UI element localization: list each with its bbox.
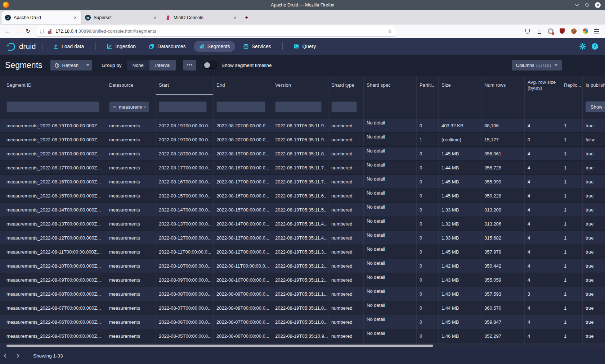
tab-superset[interactable]: ∞ Superset × (81, 11, 161, 24)
druid-navbar: druid Load data Ingestion Datasources (0, 38, 605, 55)
tab-apache-druid[interactable]: Ɔ Apache Druid × (1, 11, 81, 24)
filter-input[interactable] (159, 101, 207, 112)
druid-logo[interactable]: druid (0, 41, 42, 51)
table-row[interactable]: measurements_2022-08-13T00:00:00.000Z...… (0, 217, 605, 231)
group-by-none-button[interactable]: None (127, 60, 149, 70)
next-page-button[interactable] (12, 350, 23, 361)
column-header[interactable]: Shard type (328, 76, 364, 95)
nav-item-services[interactable]: Services (238, 41, 276, 52)
table-row[interactable]: measurements_2022-08-18T00:00:00.000Z...… (0, 147, 605, 161)
close-tab-icon[interactable]: × (233, 15, 238, 21)
chevron-down-icon (555, 64, 557, 66)
column-header[interactable]: Version (272, 76, 328, 95)
table-cell: 2022-08-19T05:35:11.2... (272, 259, 328, 273)
table-row[interactable]: measurements_2022-08-17T00:00:00.000Z...… (0, 161, 605, 175)
nav-item-segments[interactable]: Segments (194, 41, 235, 52)
ublock-extension-icon[interactable] (559, 28, 565, 35)
table-row[interactable]: measurements_2022-08-11T00:00:00.000Z...… (0, 245, 605, 259)
table-row[interactable]: measurements_2022-08-19T00:00:00.000Z...… (0, 133, 605, 147)
column-header[interactable]: Num rows (481, 76, 525, 95)
table-row[interactable]: measurements_2022-08-15T00:00:00.000Z...… (0, 189, 605, 203)
table-row[interactable]: measurements_2022-08-14T00:00:00.000Z...… (0, 203, 605, 217)
reload-button[interactable]: ↻ (23, 26, 33, 36)
column-header[interactable]: Partiti... (417, 76, 439, 95)
table-row[interactable]: measurements_2022-08-12T00:00:00.000Z...… (0, 231, 605, 245)
table-cell: 2022-08-06T00:00:00.0... (214, 329, 272, 343)
nav-item-load-data[interactable]: Load data (48, 41, 89, 52)
previous-page-button[interactable] (0, 350, 12, 361)
table-cell: measurements_2022-08-11T00:00:00.000Z... (4, 245, 106, 259)
table-row[interactable]: measurements_2022-08-16T00:00:00.000Z...… (0, 175, 605, 189)
table-cell: 359,847 (481, 315, 525, 329)
filter-input[interactable] (331, 101, 357, 112)
table-row[interactable]: measurements_2022-08-07T00:00:00.000Z...… (0, 301, 605, 315)
tab-minio-console[interactable]: MinIO Console × (161, 11, 241, 24)
columns-dropdown-button[interactable]: Columns(17/18) (512, 60, 562, 70)
table-cell: measurements (106, 301, 156, 315)
account-mask-extension-icon[interactable] (547, 28, 554, 35)
close-tab-icon[interactable]: × (73, 15, 78, 21)
refresh-button[interactable]: Refresh (50, 60, 83, 70)
nav-item-datasources[interactable]: Datasources (144, 41, 191, 52)
extension-pinwheel-icon[interactable] (582, 28, 588, 35)
column-header[interactable]: Start (156, 76, 214, 95)
is-published-filter-button[interactable]: Show (586, 101, 605, 112)
new-tab-button[interactable]: + (241, 11, 252, 24)
column-header[interactable]: Replic... (561, 76, 583, 95)
horizontal-scrollbar-thumb[interactable] (6, 345, 433, 347)
column-header[interactable]: Datasource (106, 76, 156, 95)
filter-input[interactable] (216, 101, 265, 112)
refresh-split-button: Refresh (50, 60, 93, 70)
column-header[interactable]: Is published (583, 76, 605, 95)
firefox-window: Apache Druid — Mozilla Firefox × Ɔ Apach… (0, 0, 605, 364)
column-header[interactable]: Avg. row size (bytes) (525, 76, 561, 95)
table-cell: 2022-08-19T05:35:11.5... (272, 203, 328, 217)
table-row[interactable]: measurements_2022-08-10T00:00:00.000Z...… (0, 259, 605, 273)
tracking-shield-icon[interactable] (40, 29, 44, 33)
table-row[interactable]: measurements_2022-08-05T00:00:00.000Z...… (0, 329, 605, 343)
datasource-filter[interactable]: measureme× (109, 101, 149, 112)
menu-icon[interactable] (593, 28, 600, 35)
cookie-extension-icon[interactable] (570, 28, 577, 35)
table-cell: 2022-08-07T00:00:00.0... (214, 315, 272, 329)
table-cell: true (583, 329, 605, 343)
downloads-icon[interactable]: ↓ (536, 28, 542, 35)
nav-item-query[interactable]: Query (288, 41, 321, 52)
bookmark-star-icon[interactable]: ☆ (387, 28, 392, 35)
column-header[interactable]: Shard spec (364, 76, 417, 95)
table-row[interactable]: measurements_2022-08-08T00:00:00.000Z...… (0, 287, 605, 301)
insecure-lock-icon[interactable] (48, 29, 52, 34)
table-cell: 4 (525, 217, 561, 231)
table-cell: 1 (561, 315, 583, 329)
table-row[interactable]: measurements_2022-08-19T00:00:00.000Z...… (0, 119, 605, 133)
group-by-interval-button[interactable]: Interval (149, 60, 176, 70)
permissions-shield-icon[interactable] (524, 28, 531, 35)
filter-input[interactable] (275, 101, 322, 112)
column-header[interactable]: End (214, 76, 272, 95)
table-cell: 1 (561, 175, 583, 188)
horizontal-scrollbar[interactable] (0, 344, 605, 347)
refresh-dropdown-button[interactable] (83, 60, 92, 70)
tab-strip: Ɔ Apache Druid × ∞ Superset × MinIO Cons… (0, 10, 605, 24)
table-row[interactable]: measurements_2022-08-06T00:00:00.000Z...… (0, 315, 605, 329)
table-cell: 355,999 (481, 175, 525, 188)
table-cell: 2022-08-06T00:00:00.0... (156, 315, 214, 329)
column-header[interactable]: Size (439, 76, 481, 95)
table-cell: 350,228 (481, 189, 525, 203)
segment-timeline-toggle[interactable] (203, 62, 217, 69)
nav-item-label: Load data (62, 44, 84, 49)
forward-button[interactable]: → (13, 26, 23, 36)
help-icon[interactable]: ? (591, 43, 599, 50)
more-options-button[interactable]: ••• (183, 60, 196, 70)
nav-item-ingestion[interactable]: Ingestion (102, 41, 141, 52)
column-header[interactable]: Segment ID (4, 76, 106, 95)
close-tab-icon[interactable]: × (153, 15, 158, 21)
filter-input[interactable] (6, 101, 99, 112)
maximize-icon[interactable] (585, 3, 590, 7)
back-button[interactable]: ← (3, 26, 13, 36)
table-row[interactable]: measurements_2022-08-09T00:00:00.000Z...… (0, 273, 605, 287)
clear-filter-icon[interactable]: × (142, 104, 147, 110)
url-bar[interactable]: 172.18.0.4:30899/unified-console.html#se… (36, 26, 396, 37)
close-window-icon[interactable]: × (595, 2, 601, 8)
settings-gear-icon[interactable] (579, 43, 586, 50)
